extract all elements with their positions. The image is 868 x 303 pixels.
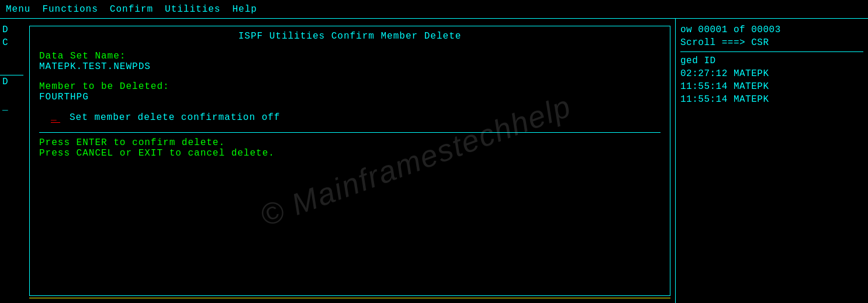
dataset-label: Data Set Name: — [39, 51, 660, 61]
dataset-value: MATEPK.TEST.NEWPDS — [39, 61, 660, 72]
dialog-divider — [39, 132, 660, 133]
main-area: D C D _ © Mainframestechhelp ISPF Utilit… — [0, 19, 868, 303]
member-label: Member to be Deleted: — [39, 81, 660, 92]
margin-label-empty2 — [0, 62, 23, 75]
watermark: © Mainframestechhelp — [255, 88, 576, 233]
margin-label-d1: D — [0, 23, 23, 36]
press-cancel-text: Press CANCEL or EXIT to cancel delete. — [39, 148, 660, 159]
dialog-bottom-border — [29, 298, 670, 298]
right-panel: ow 00001 of 00003 Scroll ===> CSR ged ID… — [675, 19, 868, 303]
left-margin: D C D _ — [0, 19, 23, 113]
menubar: Menu Functions Confirm Utilities Help — [0, 0, 868, 19]
press-instructions: Press ENTER to confirm delete. Press CAN… — [39, 137, 660, 159]
confirmation-input[interactable]: _ — [51, 112, 60, 123]
menu-item-functions[interactable]: Functions — [42, 4, 98, 15]
right-row-1: ow 00001 of 00003 — [680, 23, 863, 36]
member-section: Member to be Deleted: FOURTHPG — [39, 81, 660, 102]
menu-item-help[interactable]: Help — [232, 4, 257, 15]
press-enter-text: Press ENTER to confirm delete. — [39, 137, 660, 148]
margin-label-d2: D — [0, 75, 23, 88]
confirmation-text: Set member delete confirmation off — [70, 112, 280, 123]
dialog-title: ISPF Utilities Confirm Member Delete — [39, 31, 660, 42]
right-divider — [680, 51, 863, 52]
right-row-6: 11:55:14 MATEPK — [680, 93, 863, 106]
margin-label-c: C — [0, 36, 23, 49]
left-panel: D C D _ © Mainframestechhelp ISPF Utilit… — [0, 19, 675, 303]
right-row-2: Scroll ===> CSR — [680, 36, 863, 49]
menu-item-utilities[interactable]: Utilities — [165, 4, 220, 15]
menu-item-menu[interactable]: Menu — [6, 4, 30, 15]
right-row-4: 02:27:12 MATEPK — [680, 67, 863, 80]
dataset-section: Data Set Name: MATEPK.TEST.NEWPDS — [39, 51, 660, 72]
confirmation-off-row: _ Set member delete confirmation off — [39, 112, 660, 123]
margin-label-empty3 — [0, 88, 23, 101]
menu-item-confirm[interactable]: Confirm — [110, 4, 153, 15]
margin-label-underscore: _ — [0, 101, 23, 113]
right-row-3: ged ID — [680, 54, 863, 67]
dialog-box: © Mainframestechhelp ISPF Utilities Conf… — [29, 26, 670, 296]
right-row-5: 11:55:14 MATEPK — [680, 80, 863, 93]
margin-label-empty1 — [0, 49, 23, 62]
screen: Menu Functions Confirm Utilities Help D … — [0, 0, 868, 303]
member-value: FOURTHPG — [39, 92, 660, 102]
